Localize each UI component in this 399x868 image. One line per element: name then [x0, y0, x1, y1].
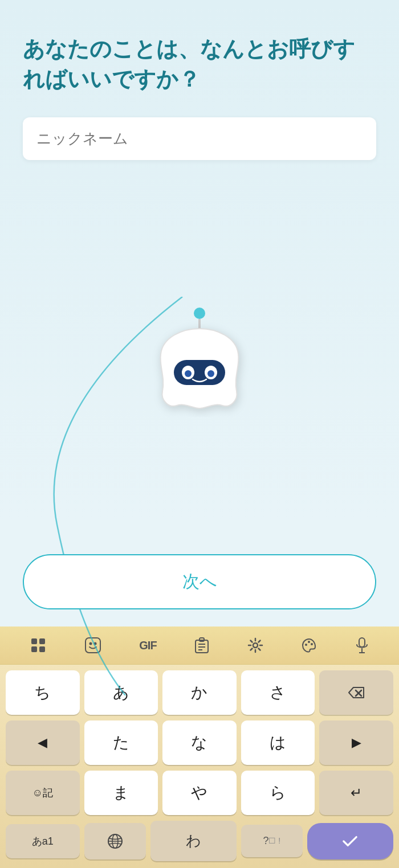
- key-sa[interactable]: さ: [241, 670, 315, 715]
- key-arrow-left[interactable]: ◀: [6, 720, 80, 765]
- content-area: あなたのことは、なんとお呼びすればいいですか？: [0, 0, 399, 554]
- robot-area: [23, 183, 376, 537]
- key-arrow-right[interactable]: ▶: [319, 720, 393, 765]
- svg-point-19: [253, 643, 258, 648]
- key-punctuation[interactable]: ? ☐ !: [241, 825, 303, 858]
- key-ya[interactable]: や: [162, 771, 237, 815]
- svg-point-21: [308, 641, 310, 643]
- svg-point-6: [207, 370, 214, 377]
- key-ra[interactable]: ら: [241, 771, 315, 815]
- key-lang-toggle[interactable]: あa1: [6, 824, 80, 858]
- keyboard-settings-button[interactable]: [243, 635, 268, 656]
- key-wa[interactable]: わ: [150, 821, 237, 861]
- key-newline[interactable]: ↵: [319, 771, 393, 815]
- nickname-input[interactable]: [36, 130, 363, 148]
- key-ma[interactable]: ま: [84, 771, 158, 815]
- key-emoji-record[interactable]: ☺記: [6, 771, 80, 815]
- key-na[interactable]: な: [162, 720, 237, 765]
- key-ha[interactable]: は: [241, 720, 315, 765]
- key-ta[interactable]: た: [84, 720, 158, 765]
- robot-mascot: [142, 303, 256, 417]
- key-row-2: ◀ た な は ▶: [6, 720, 393, 765]
- key-confirm[interactable]: [307, 823, 393, 859]
- svg-point-5: [185, 370, 192, 377]
- svg-point-22: [311, 643, 313, 645]
- key-row-3: ☺記 ま や ら ↵: [6, 771, 393, 815]
- keyboard-palette-button[interactable]: [296, 635, 321, 656]
- svg-point-0: [194, 308, 205, 319]
- key-backspace[interactable]: [319, 670, 393, 715]
- app-container: あなたのことは、なんとお呼びすればいいですか？: [0, 0, 399, 868]
- question-title: あなたのことは、なんとお呼びすればいいですか？: [23, 34, 376, 95]
- next-button[interactable]: 次へ: [23, 554, 376, 609]
- nickname-input-wrapper[interactable]: [23, 117, 376, 160]
- svg-rect-23: [359, 638, 365, 647]
- svg-point-20: [305, 644, 307, 646]
- keyboard-bottom-row: あa1 わ ? ☐ !: [0, 821, 399, 868]
- keyboard-mic-button[interactable]: [351, 634, 373, 656]
- next-button-area: 次へ: [0, 554, 399, 627]
- key-globe[interactable]: [84, 823, 146, 859]
